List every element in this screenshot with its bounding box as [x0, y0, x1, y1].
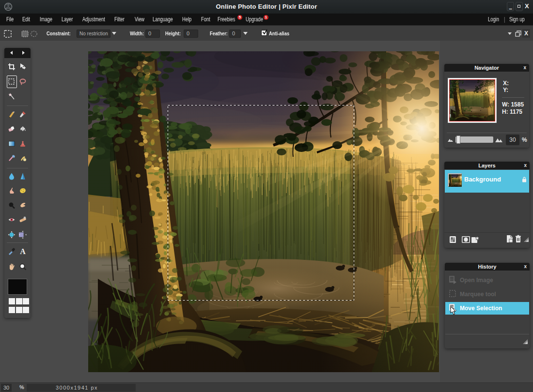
- svg-text:A: A: [20, 247, 26, 255]
